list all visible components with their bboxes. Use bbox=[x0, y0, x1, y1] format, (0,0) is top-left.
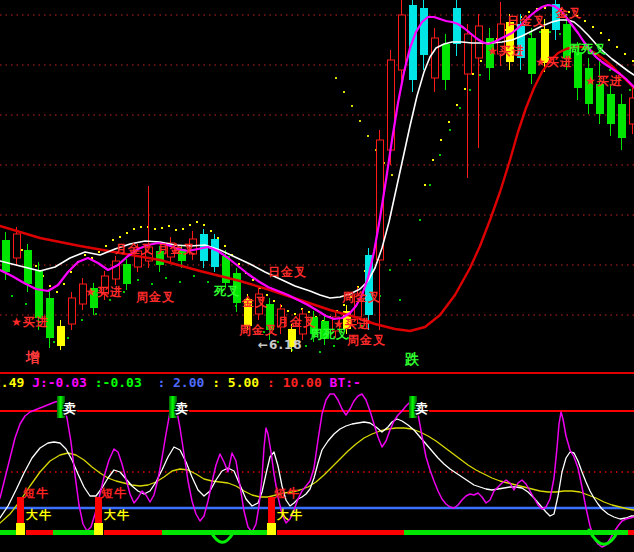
dots-yellow bbox=[308, 311, 310, 313]
bull-bar-yellow bbox=[16, 523, 25, 535]
dots-green bbox=[95, 313, 97, 315]
dots-yellow bbox=[592, 26, 594, 28]
cross-signal-label: 周金叉 bbox=[347, 334, 386, 346]
divider-label-increase: 增 bbox=[26, 350, 40, 364]
dots-green bbox=[439, 154, 441, 156]
dots-green bbox=[549, 31, 551, 33]
cross-signal-label: 周死叉 bbox=[568, 43, 607, 55]
dots-green bbox=[109, 299, 111, 301]
dots-yellow bbox=[424, 184, 426, 186]
candle-body bbox=[123, 264, 131, 284]
divider-label-fall: 跌 bbox=[405, 352, 419, 366]
candle-body-hollow bbox=[432, 38, 439, 78]
cross-signal-label: 死叉 bbox=[214, 285, 240, 297]
big-bull-label: 大牛 bbox=[104, 509, 130, 521]
dots-yellow bbox=[35, 265, 37, 267]
dots-green bbox=[53, 341, 55, 343]
bull-bar-red bbox=[268, 497, 275, 523]
bull-bar-yellow bbox=[94, 523, 103, 535]
dots-descending-band bbox=[359, 120, 361, 122]
ma-fast-magenta bbox=[0, 5, 634, 319]
dots-yellow bbox=[217, 237, 219, 239]
trend-strip-segment bbox=[162, 530, 267, 535]
dots-descending-band bbox=[391, 174, 393, 176]
dots-yellow bbox=[133, 228, 135, 230]
dots-green bbox=[25, 303, 27, 305]
dots-yellow bbox=[63, 283, 65, 285]
dots-green bbox=[449, 129, 451, 131]
dots-green bbox=[151, 283, 153, 285]
chart-canvas[interactable] bbox=[0, 0, 634, 552]
cross-signal-label: 日金叉 bbox=[268, 266, 307, 278]
dots-yellow bbox=[616, 46, 618, 48]
dots-green bbox=[479, 74, 481, 76]
dots-green bbox=[137, 279, 139, 281]
dots-yellow bbox=[203, 224, 205, 226]
dots-yellow bbox=[21, 249, 23, 251]
dots-yellow bbox=[624, 53, 626, 55]
cross-signal-label: 金叉 bbox=[242, 296, 268, 308]
dots-yellow bbox=[210, 230, 212, 232]
dots-green bbox=[333, 345, 335, 347]
big-bull-label: 大牛 bbox=[26, 509, 52, 521]
dots-green bbox=[179, 281, 181, 283]
sell-signal-label: 卖 bbox=[175, 402, 188, 415]
dots-descending-band bbox=[335, 77, 337, 79]
dots-yellow bbox=[56, 291, 58, 293]
dots-yellow bbox=[175, 229, 177, 231]
dots-yellow bbox=[432, 159, 434, 161]
dots-yellow bbox=[224, 245, 226, 247]
dots-yellow bbox=[608, 39, 610, 41]
buy-signal-label: ★买进 bbox=[333, 318, 371, 330]
dots-yellow bbox=[238, 263, 240, 265]
dots-green bbox=[419, 219, 421, 221]
dots-yellow bbox=[105, 245, 107, 247]
dots-green bbox=[529, 33, 531, 35]
status-value: J:-0.03 bbox=[24, 375, 87, 390]
candle-body bbox=[211, 239, 219, 267]
dots-yellow bbox=[584, 20, 586, 22]
dots-yellow bbox=[448, 121, 450, 123]
trend-strip-segment bbox=[0, 530, 16, 535]
buy-signal-label: ★买进 bbox=[85, 286, 123, 298]
candle-body bbox=[57, 326, 65, 346]
dots-yellow bbox=[273, 300, 275, 302]
dots-yellow bbox=[112, 239, 114, 241]
short-bull-label: 短牛 bbox=[23, 487, 49, 499]
dots-green bbox=[319, 351, 321, 353]
dots-green bbox=[429, 184, 431, 186]
candle-body bbox=[420, 8, 428, 55]
trend-strip-segment bbox=[404, 530, 628, 535]
dots-yellow bbox=[119, 236, 121, 238]
dots-descending-band bbox=[351, 105, 353, 107]
candle-body bbox=[442, 44, 450, 80]
dots-green bbox=[629, 89, 631, 91]
status-value: :-0.03 bbox=[87, 375, 142, 390]
trend-strip-segment bbox=[53, 530, 94, 535]
dots-yellow bbox=[600, 32, 602, 34]
dots-yellow bbox=[98, 251, 100, 253]
candle-body bbox=[2, 240, 10, 272]
cross-signal-label: 周金叉 bbox=[239, 324, 278, 336]
dots-yellow bbox=[49, 285, 51, 287]
dots-descending-band bbox=[343, 91, 345, 93]
buy-signal-label: ★买进 bbox=[535, 56, 573, 68]
dots-green bbox=[469, 89, 471, 91]
dots-descending-band bbox=[367, 135, 369, 137]
dots-yellow bbox=[126, 232, 128, 234]
buy-signal-label: ★买进 bbox=[11, 316, 49, 328]
dots-green bbox=[539, 31, 541, 33]
dots-yellow bbox=[464, 88, 466, 90]
candle-body bbox=[618, 104, 626, 138]
candle-body-hollow bbox=[465, 34, 472, 74]
trend-strip-segment bbox=[277, 530, 404, 535]
candle-body-hollow bbox=[630, 98, 634, 124]
dots-yellow bbox=[84, 254, 86, 256]
candle-body bbox=[596, 84, 604, 114]
status-value: : 10.00 bbox=[259, 375, 322, 390]
trend-strip-segment bbox=[26, 530, 53, 535]
status-value: BT:- bbox=[322, 375, 361, 390]
trend-strip-segment bbox=[628, 530, 634, 535]
dots-yellow bbox=[182, 228, 184, 230]
cross-signal-label: 金叉 bbox=[556, 7, 582, 19]
